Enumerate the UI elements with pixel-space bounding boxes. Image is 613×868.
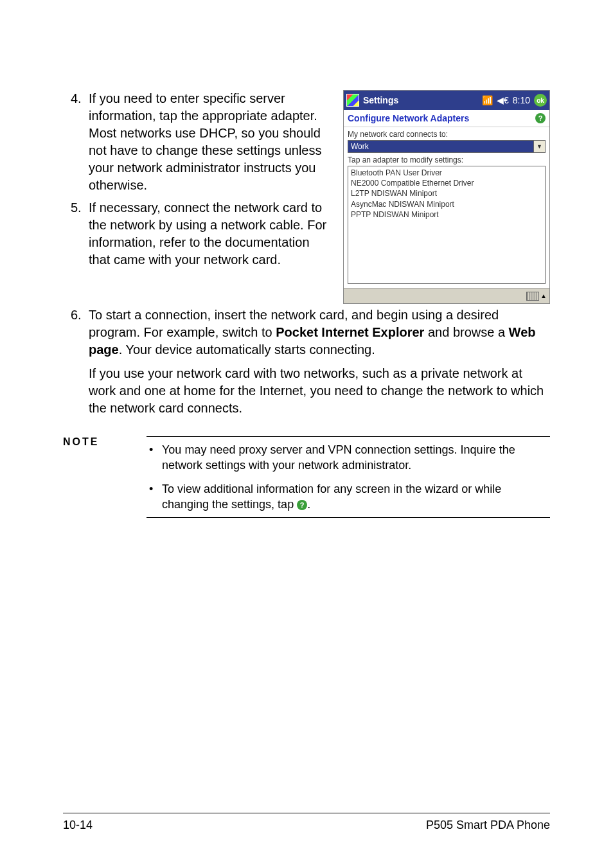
window-title: Settings: [363, 95, 482, 105]
list-item[interactable]: Bluetooth PAN User Driver: [351, 168, 542, 178]
step-4: 4.If you need to enter specific server i…: [89, 90, 332, 194]
note-content: You may need proxy server and VPN connec…: [147, 436, 550, 518]
adapter-listbox[interactable]: Bluetooth PAN User Driver NE2000 Compati…: [348, 166, 546, 284]
dropdown-value: Work: [348, 141, 533, 152]
help-icon: ?: [297, 500, 307, 510]
device-bottombar: ▲: [344, 288, 549, 303]
page-number: 10-14: [63, 819, 93, 832]
note-label: NOTE: [63, 436, 134, 518]
network-dropdown[interactable]: Work ▼: [348, 140, 546, 153]
device-body: My network card connects to: Work ▼ Tap …: [344, 127, 549, 288]
tap-adapter-label: Tap an adapter to modify settings:: [348, 155, 546, 164]
subheader: Configure Network Adapters ?: [344, 110, 549, 127]
list-item[interactable]: NE2000 Compatible Ethernet Driver: [351, 178, 542, 188]
product-name: P505 Smart PDA Phone: [426, 819, 550, 832]
signal-icon: 📶: [482, 95, 493, 105]
help-icon[interactable]: ?: [535, 113, 546, 123]
step-4-text: If you need to enter specific server inf…: [89, 91, 321, 192]
list-item[interactable]: L2TP NDISWAN Miniport: [351, 188, 542, 199]
ok-button[interactable]: ok: [534, 94, 547, 107]
step-6-bold1: Pocket Internet Explorer: [276, 325, 424, 339]
page-footer: 10-14 P505 Smart PDA Phone: [63, 813, 550, 832]
titlebar: Settings 📶 ◀€ 8:10 ok: [344, 91, 549, 110]
device-screenshot: Settings 📶 ◀€ 8:10 ok Configure Network …: [343, 90, 550, 304]
step-5-text: If necessary, connect the network card t…: [89, 200, 326, 267]
list-item[interactable]: PPTP NDISWAN Miniport: [351, 209, 542, 220]
keyboard-icon[interactable]: [526, 292, 539, 301]
step-5: 5.If necessary, connect the network card…: [89, 199, 332, 269]
chevron-down-icon[interactable]: ▼: [533, 141, 545, 152]
step-6: 6.To start a connection, insert the netw…: [89, 306, 550, 359]
clock-text: 8:10: [513, 95, 530, 105]
paragraph-2: If you use your network card with two ne…: [63, 365, 550, 417]
volume-icon: ◀€: [497, 95, 509, 105]
note-item-2: To view additional information for any s…: [147, 481, 550, 513]
connects-to-label: My network card connects to:: [348, 130, 546, 139]
status-icons: 📶 ◀€ 8:10: [482, 95, 530, 105]
step-6-mid: and browse a: [424, 325, 508, 339]
up-caret-icon[interactable]: ▲: [540, 292, 547, 299]
step-6-post: . Your device automatically starts conne…: [119, 342, 375, 357]
note-item-1: You may need proxy server and VPN connec…: [147, 442, 550, 474]
list-item[interactable]: AsyncMac NDISWAN Miniport: [351, 199, 542, 209]
subheader-title: Configure Network Adapters: [348, 113, 469, 123]
windows-icon: [346, 94, 359, 107]
